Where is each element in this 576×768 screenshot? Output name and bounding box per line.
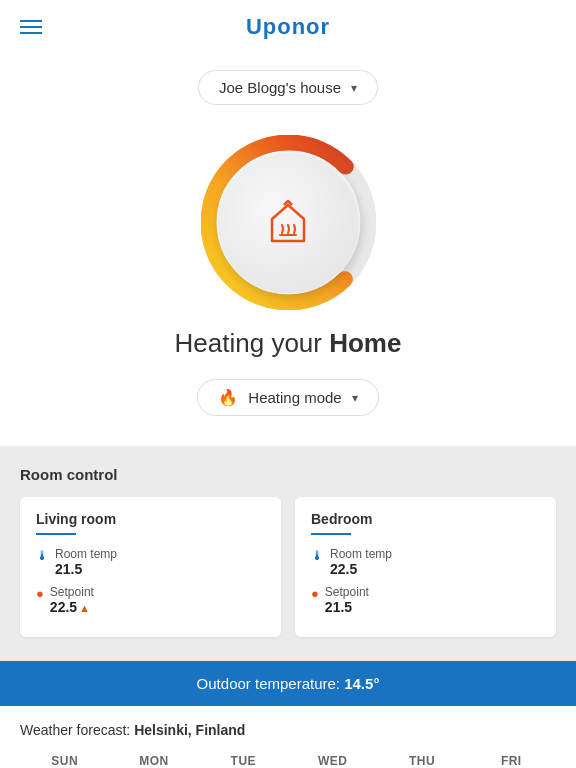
forecast-day-wed: WED [288,754,377,768]
header: Uponor [0,0,576,54]
forecast-day-tue: TUE [199,754,288,768]
forecast-city: Helsinki, Finland [134,722,245,738]
mode-selector[interactable]: 🔥 Heating mode ▾ [197,379,378,416]
thermostat-section: Heating your Home 🔥 Heating mode ▾ [0,125,576,446]
house-selector-wrap: Joe Blogg's house ▾ [0,54,576,125]
house-selector[interactable]: Joe Blogg's house ▾ [198,70,378,105]
hamburger-button[interactable] [20,20,42,34]
forecast-day-label-wed: WED [318,754,348,768]
living-room-setpoint-value: 22.5▲ [50,599,94,615]
thermometer-icon: 🌡 [36,548,49,563]
setpoint-arrow: ▲ [79,602,90,614]
thermometer-icon-2: 🌡 [311,548,324,563]
forecast-days: SUN MON TUE [20,754,556,768]
outdoor-value: 14.5° [344,675,379,692]
forecast-day-label-tue: TUE [231,754,257,768]
outdoor-label: Outdoor temperature: [197,675,345,692]
bedroom-setpoint-value: 21.5 [325,599,369,615]
chevron-down-icon: ▾ [351,81,357,95]
mode-chevron-icon: ▾ [352,391,358,405]
setpoint-icon-2: ● [311,586,319,601]
bedroom-setpoint-label: Setpoint [325,585,369,599]
living-room-setpoint-label: Setpoint [50,585,94,599]
forecast-day-label-mon: MON [139,754,169,768]
forecast-day-label-thu: THU [409,754,435,768]
bedroom-temp-label: Room temp [330,547,392,561]
forecast-day-thu: THU [377,754,466,768]
flame-icon: 🔥 [218,388,238,407]
room-control-title: Room control [20,466,556,483]
bedroom-divider [311,533,351,535]
house-selector-label: Joe Blogg's house [219,79,341,96]
dial-inner [217,151,360,294]
forecast-day-label-sun: SUN [51,754,78,768]
setpoint-icon: ● [36,586,44,601]
ring-dial[interactable] [201,135,376,310]
living-room-temp-stat: 🌡 Room temp 21.5 [36,547,265,577]
heading-bold: Home [329,328,401,358]
forecast-section: Weather forecast: Helsinki, Finland SUN … [0,706,576,768]
forecast-day-mon: MON [109,754,198,768]
forecast-label: Weather forecast: Helsinki, Finland [20,722,556,738]
mode-label: Heating mode [248,389,341,406]
room-cards: Living room 🌡 Room temp 21.5 ● Setpoint … [20,497,556,637]
living-room-temp-label: Room temp [55,547,117,561]
bedroom-card[interactable]: Bedroom 🌡 Room temp 22.5 ● Setpoint 21.5 [295,497,556,637]
heading-prefix: Heating your [175,328,330,358]
bedroom-setpoint-stat: ● Setpoint 21.5 [311,585,540,615]
forecast-prefix: Weather forecast: [20,722,134,738]
forecast-day-fri: FRI [467,754,556,768]
heating-heading: Heating your Home [175,328,402,359]
bedroom-title: Bedroom [311,511,540,527]
app-logo: Uponor [246,14,330,40]
outdoor-banner: Outdoor temperature: 14.5° [0,661,576,706]
bedroom-temp-value: 22.5 [330,561,392,577]
room-control-section: Room control Living room 🌡 Room temp 21.… [0,446,576,661]
living-room-divider [36,533,76,535]
forecast-day-sun: SUN [20,754,109,768]
forecast-day-label-fri: FRI [501,754,522,768]
living-room-card[interactable]: Living room 🌡 Room temp 21.5 ● Setpoint … [20,497,281,637]
heating-house-icon [262,197,314,249]
bedroom-temp-stat: 🌡 Room temp 22.5 [311,547,540,577]
living-room-title: Living room [36,511,265,527]
living-room-temp-value: 21.5 [55,561,117,577]
living-room-setpoint-stat: ● Setpoint 22.5▲ [36,585,265,615]
